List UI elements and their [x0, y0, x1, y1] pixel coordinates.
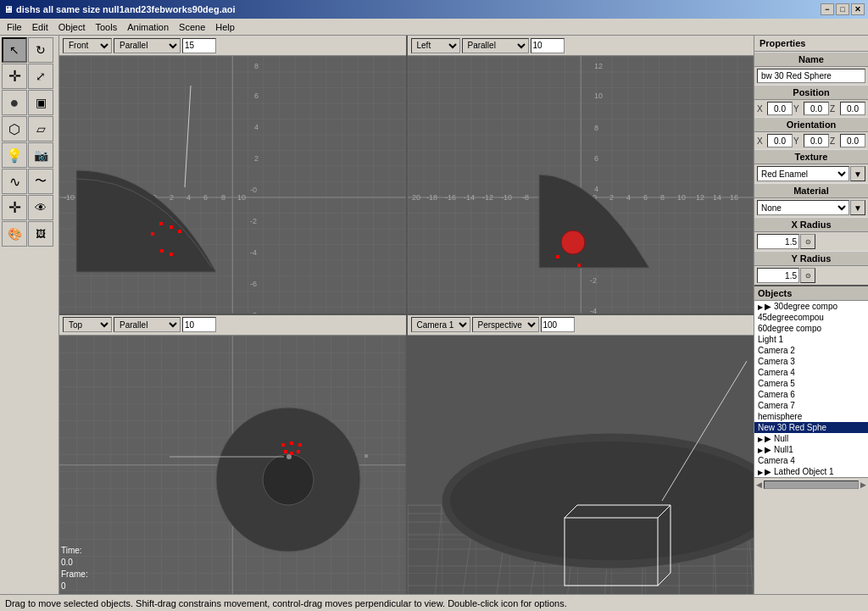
object-item-0[interactable]: ▶ 30degree compo	[754, 301, 868, 312]
y-radius-section-header: Y Radius	[754, 251, 868, 266]
camera-viewport-canvas[interactable]: ⊕	[408, 336, 754, 595]
left-view-select[interactable]: LeftFrontBackRightTopBottom	[411, 38, 460, 53]
y-radius-input[interactable]	[757, 268, 799, 283]
svg-text:2: 2	[254, 154, 259, 163]
object-item-13[interactable]: ▶ Null1	[754, 444, 868, 455]
bottom-viewports-row: TopFrontBackLeftRightBottom ParallelPers…	[59, 315, 754, 595]
pos-y-input[interactable]	[804, 102, 829, 115]
minimize-button[interactable]: −	[821, 3, 834, 15]
time-label: Time:	[61, 546, 82, 555]
svg-text:-12: -12	[482, 193, 493, 202]
top-view-select[interactable]: TopFrontBackLeftRightBottom	[63, 317, 112, 332]
front-viewport-canvas[interactable]: 8 6 4 2 -0 -2 -4 -6 -8 -10 -8 -6 -4	[59, 56, 406, 314]
ori-x-input[interactable]	[767, 134, 793, 147]
object-item-3[interactable]: Light 1	[754, 334, 868, 345]
svg-rect-73	[290, 442, 293, 445]
cube-tool[interactable]: ▣	[28, 90, 53, 115]
camera-scale-input[interactable]	[541, 317, 575, 332]
camera-tool[interactable]: 📷	[28, 142, 53, 168]
object-item-8[interactable]: Camera 6	[754, 389, 868, 400]
front-projection-select[interactable]: ParallelPerspective	[114, 38, 181, 53]
front-scale-input[interactable]	[182, 38, 216, 53]
texture-tool[interactable]: 🖼	[28, 221, 53, 247]
statusbar: Drag to move selected objects. Shift-dra…	[0, 594, 868, 611]
light-tool[interactable]: 💡	[2, 142, 27, 168]
tool-row-5: 💡 📷	[2, 142, 57, 168]
left-scale-input[interactable]	[531, 38, 565, 53]
object-item-5[interactable]: Camera 3	[754, 356, 868, 367]
pos-x-input[interactable]	[767, 102, 793, 115]
sphere-tool[interactable]: ●	[2, 90, 27, 115]
curve-tool[interactable]: ∿	[2, 169, 27, 194]
texture-dropdown-btn[interactable]: ▼	[850, 166, 865, 181]
camera-projection-select[interactable]: PerspectiveParallel	[472, 317, 539, 332]
svg-text:10: 10	[677, 193, 686, 202]
menu-item-help[interactable]: Help	[210, 20, 240, 34]
close-button[interactable]: ✕	[851, 3, 865, 15]
paint-tool[interactable]: 🎨	[2, 221, 27, 247]
top-projection-select[interactable]: ParallelPerspective	[114, 317, 181, 332]
left-projection-select[interactable]: ParallelPerspective	[462, 38, 529, 53]
svg-text:16: 16	[730, 193, 738, 202]
eye-tool[interactable]: 👁	[28, 195, 53, 220]
menu-item-file[interactable]: File	[2, 20, 27, 34]
object-item-6[interactable]: Camera 4	[754, 367, 868, 378]
plane-tool[interactable]: ▱	[28, 116, 53, 142]
rotate-tool[interactable]: ↻	[28, 37, 53, 63]
titlebar-controls: − □ ✕	[821, 3, 865, 15]
object-item-9[interactable]: Camera 7	[754, 400, 868, 411]
front-view-select[interactable]: FrontBackLeftRightTopBottom	[63, 38, 112, 53]
svg-text:8: 8	[221, 193, 225, 202]
menu-item-object[interactable]: Object	[53, 20, 91, 34]
y-radius-spin-btn[interactable]: ⊙	[800, 268, 815, 283]
texture-select[interactable]: Red Enamel	[757, 166, 849, 181]
top-viewport-header: TopFrontBackLeftRightBottom ParallelPers…	[59, 315, 406, 336]
x-radius-section-header: X Radius	[754, 217, 868, 232]
surface-tool[interactable]: ⬡	[2, 116, 27, 142]
material-select[interactable]: None	[757, 200, 849, 215]
object-item-7[interactable]: Camera 5	[754, 378, 868, 389]
object-item-15[interactable]: ▶ Lathed Object 1	[754, 466, 868, 477]
object-item-12[interactable]: ▶ Null	[754, 433, 868, 444]
move2-tool[interactable]: ✛	[2, 195, 27, 220]
maximize-button[interactable]: □	[836, 3, 849, 15]
object-name-input[interactable]	[757, 69, 865, 83]
ori-y-input[interactable]	[804, 134, 829, 147]
ori-z-label: Z	[830, 136, 839, 146]
pos-z-input[interactable]	[840, 102, 865, 115]
svg-text:10: 10	[237, 193, 246, 202]
object-item-1[interactable]: 45degreecompou	[754, 312, 868, 323]
ori-z-input[interactable]	[840, 134, 865, 147]
scale-tool[interactable]: ⤢	[28, 64, 53, 89]
time-value: 0.0	[61, 558, 73, 567]
object-item-10[interactable]: hemisphere	[754, 411, 868, 422]
svg-text:-2: -2	[250, 217, 257, 225]
props-scrollbar[interactable]: ◀ ▶	[754, 477, 868, 491]
move-tool[interactable]: ✛	[2, 64, 27, 89]
object-item-11[interactable]: New 30 Red Sphe	[754, 422, 868, 433]
object-item-2[interactable]: 60degree compo	[754, 323, 868, 334]
object-item-14[interactable]: Camera 4	[754, 455, 868, 466]
camera-view-select[interactable]: Camera 1FrontBackLeftRightTop	[411, 317, 470, 332]
svg-text:6: 6	[254, 92, 259, 100]
top-scale-input[interactable]	[182, 317, 216, 332]
object-item-4[interactable]: Camera 2	[754, 345, 868, 356]
svg-point-78	[287, 454, 292, 459]
top-viewport-canvas[interactable]: Time: 0.0 Frame: 0	[59, 336, 406, 595]
svg-text:6: 6	[594, 154, 598, 163]
menu-item-edit[interactable]: Edit	[27, 20, 53, 34]
left-viewport-canvas[interactable]: 20 -18 -16 -14 -12 -10 -8 -6 -4 -2 0 2 4…	[408, 56, 754, 314]
wave-tool[interactable]: 〜	[28, 169, 53, 194]
titlebar: 🖥 dishs all same size null1and23febworks…	[0, 0, 868, 19]
x-radius-input[interactable]	[757, 234, 799, 249]
menu-item-scene[interactable]: Scene	[174, 20, 210, 34]
tool-row-6: ∿ 〜	[2, 169, 57, 194]
material-dropdown-btn[interactable]: ▼	[850, 200, 865, 215]
menu-item-tools[interactable]: Tools	[91, 20, 123, 34]
svg-text:-2: -2	[590, 276, 597, 285]
svg-text:-18: -18	[426, 193, 437, 202]
svg-rect-76	[290, 452, 293, 455]
menu-item-animation[interactable]: Animation	[122, 20, 174, 34]
arrow-tool[interactable]: ↖	[2, 37, 27, 63]
x-radius-spin-btn[interactable]: ⊙	[800, 234, 815, 249]
